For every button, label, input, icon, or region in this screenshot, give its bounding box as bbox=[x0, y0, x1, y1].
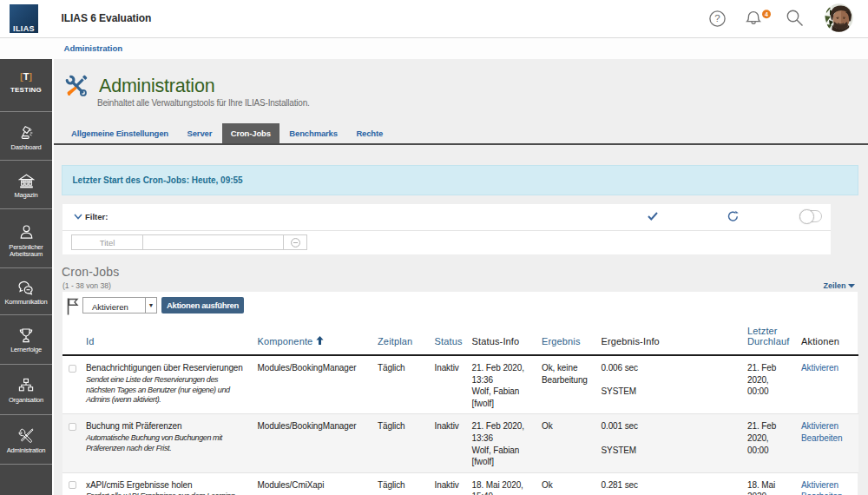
svg-text:4: 4 bbox=[765, 11, 768, 17]
svg-text:?: ? bbox=[714, 13, 720, 23]
